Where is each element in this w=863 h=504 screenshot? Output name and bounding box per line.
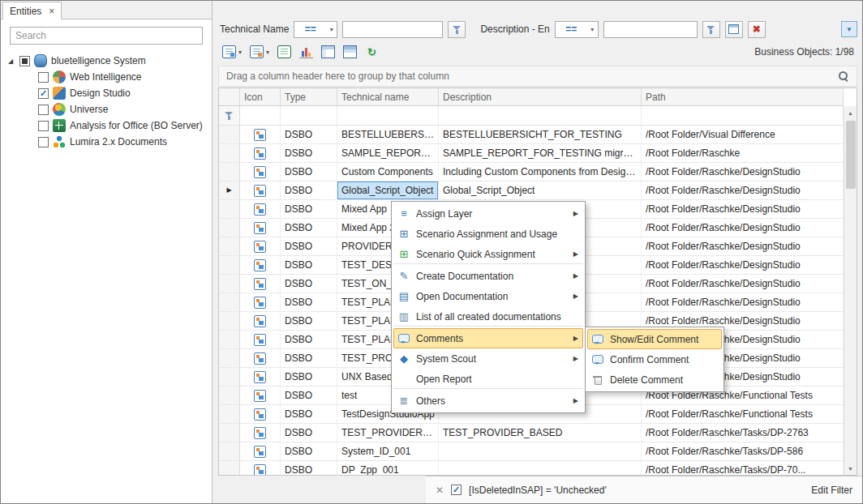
- checkbox[interactable]: ✓: [19, 56, 30, 66]
- table-row[interactable]: ▶ DSBO TEST_PROVIDER_BASED TEST_PROVIDER…: [219, 424, 844, 442]
- table-row[interactable]: ▶ DSBO SAMPLE_REPORT_FOR_TESTING SAMPLE_…: [219, 144, 844, 163]
- filter-cell[interactable]: [642, 106, 844, 125]
- filter-cell[interactable]: [337, 106, 439, 125]
- toolbar-button[interactable]: ▾: [297, 42, 316, 62]
- column-header-technical-name[interactable]: Technical name: [337, 88, 439, 105]
- checkbox[interactable]: ✓: [38, 88, 49, 99]
- filter-cell[interactable]: [240, 106, 281, 125]
- cell-type[interactable]: DSBO: [281, 387, 337, 404]
- cell-path[interactable]: /Root Folder/Raschke/DesignStudio: [642, 182, 844, 199]
- cell-path[interactable]: /Root Folder/Raschke/Functional Tests: [642, 405, 844, 423]
- cell-type[interactable]: DSBO: [281, 182, 337, 199]
- filter-value1-input[interactable]: [342, 21, 443, 38]
- column-header-description[interactable]: Description: [439, 88, 642, 105]
- menu-item[interactable]: Comments ▶: [393, 328, 583, 348]
- dropdown-caret-icon[interactable]: ▾: [266, 49, 269, 56]
- apply-filter-button[interactable]: [702, 21, 720, 38]
- checkbox[interactable]: ✓: [38, 72, 49, 83]
- toolbar-button[interactable]: ▾: [247, 42, 272, 62]
- cell-description[interactable]: Global_Script_Object: [439, 182, 642, 199]
- cell-type[interactable]: DSBO: [281, 442, 337, 460]
- filter-operator2-select[interactable]: == ▾: [555, 21, 599, 38]
- cell-type[interactable]: DSBO: [281, 312, 337, 330]
- cell-type[interactable]: DSBO: [281, 461, 337, 475]
- cell-type[interactable]: DSBO: [281, 256, 337, 274]
- remove-filter-icon[interactable]: ✕: [436, 485, 444, 496]
- cell-technical-name[interactable]: DP_Zpp_001: [337, 461, 439, 475]
- filter-edit-button[interactable]: [448, 21, 466, 38]
- checkbox[interactable]: ✓: [38, 105, 49, 115]
- menu-item[interactable]: ▤ Open Documentation ▶: [393, 286, 583, 306]
- cell-path[interactable]: /Root Folder/Raschke: [642, 144, 844, 162]
- menu-item[interactable]: Open Report ▶: [393, 369, 583, 389]
- filter-cell[interactable]: [439, 106, 642, 125]
- tree-item[interactable]: ✓ Analysis for Office (BO Server): [6, 117, 212, 134]
- expander-icon[interactable]: ◢: [6, 58, 15, 65]
- checkbox[interactable]: ✓: [38, 121, 49, 131]
- toolbar-button[interactable]: ▾: [275, 42, 294, 62]
- tree-item-root[interactable]: ◢ ✓ bluetelligence System: [6, 53, 212, 69]
- edit-filter-button[interactable]: Edit Filter: [811, 485, 852, 496]
- submenu-item[interactable]: Show/Edit Comment: [587, 329, 722, 349]
- collapse-filter-button[interactable]: ▼: [841, 21, 857, 37]
- table-row[interactable]: ▶ DSBO DP_Zpp_001 /Root Folder/Raschke/T…: [219, 461, 844, 475]
- cell-type[interactable]: DSBO: [281, 144, 337, 162]
- dropdown-caret-icon[interactable]: ▾: [326, 26, 337, 33]
- submenu-item[interactable]: Confirm Comment: [587, 349, 722, 369]
- filter-cell[interactable]: [281, 106, 337, 125]
- cell-type[interactable]: DSBO: [281, 126, 337, 143]
- dropdown-caret-icon[interactable]: ▾: [238, 49, 242, 56]
- cell-path[interactable]: /Root Folder/Raschke/DesignStudio: [642, 163, 844, 181]
- column-header-icon[interactable]: Icon: [240, 88, 281, 105]
- cell-description[interactable]: BESTELLUEBERSICHT_FOR_TESTING: [439, 126, 642, 143]
- scrollbar-thumb[interactable]: [846, 121, 856, 189]
- cell-path[interactable]: /Root Folder/Raschke/Tasks/DP-586: [642, 442, 844, 460]
- tree-item[interactable]: ✓ Web Intelligence: [6, 69, 212, 85]
- cell-description[interactable]: [439, 442, 642, 460]
- cell-path[interactable]: /Root Folder/Raschke/Tasks/DP-70...: [642, 461, 844, 475]
- table-row[interactable]: ▶ DSBO BESTELLUEBERSICHT_FOR_TESTING BES…: [219, 126, 844, 144]
- checkbox[interactable]: ✓: [38, 137, 49, 147]
- cell-technical-name[interactable]: SAMPLE_REPORT_FOR_TESTING: [337, 144, 439, 162]
- tree-item[interactable]: ✓ Design Studio: [6, 85, 212, 101]
- scroll-down-icon[interactable]: ▼: [844, 462, 857, 475]
- submenu-item[interactable]: Delete Comment: [587, 369, 722, 390]
- toolbar-button[interactable]: ▾: [220, 42, 244, 62]
- table-row[interactable]: ▶ DSBO System_ID_001 /Root Folder/Raschk…: [219, 442, 844, 461]
- cell-type[interactable]: DSBO: [281, 368, 337, 386]
- menu-item[interactable]: ⊞ Scenario Quick Assignment ▶: [393, 244, 583, 264]
- cell-path[interactable]: /Root Folder/Raschke/DesignStudio: [642, 256, 844, 274]
- dropdown-caret-icon[interactable]: ▾: [587, 26, 598, 33]
- cell-type[interactable]: DSBO: [281, 200, 337, 218]
- cell-description[interactable]: TEST_PROVIDER_BASED: [439, 424, 642, 442]
- table-row[interactable]: ▶ DSBO Custom Components Including Custo…: [219, 163, 844, 182]
- cell-path[interactable]: /Root Folder/Raschke/DesignStudio: [642, 293, 844, 311]
- cell-description[interactable]: Including Custom Components from Design …: [439, 163, 642, 181]
- search-input[interactable]: [10, 27, 203, 45]
- tab-entities[interactable]: Entities ×: [2, 2, 62, 19]
- filter-active-checkbox[interactable]: ✓: [451, 485, 462, 495]
- menu-item[interactable]: ≣ Others ▶: [393, 391, 583, 411]
- cell-path[interactable]: /Root Folder/Raschke/DesignStudio: [642, 219, 844, 237]
- cell-path[interactable]: /Root Folder/Raschke/DesignStudio: [642, 275, 844, 293]
- cell-type[interactable]: DSBO: [281, 293, 337, 311]
- cell-type[interactable]: DSBO: [281, 237, 337, 255]
- cell-technical-name[interactable]: Custom Components: [337, 163, 439, 181]
- cell-technical-name[interactable]: BESTELLUEBERSICHT_FOR_TESTING: [337, 126, 439, 143]
- cell-technical-name[interactable]: Global_Script_Object: [337, 182, 439, 199]
- scroll-up-icon[interactable]: ▲: [844, 106, 857, 119]
- column-header-path[interactable]: Path: [642, 88, 844, 105]
- cell-type[interactable]: DSBO: [281, 163, 337, 181]
- cell-path[interactable]: /Root Folder/Raschke/DesignStudio: [642, 237, 844, 255]
- cell-description[interactable]: [439, 461, 642, 475]
- menu-item[interactable]: ≡ Assign Layer ▶: [393, 203, 583, 224]
- cell-path[interactable]: /Root Folder/Visual Difference: [642, 126, 844, 143]
- toolbar-button[interactable]: ▾: [341, 42, 359, 62]
- close-icon[interactable]: ×: [49, 6, 54, 16]
- cell-description[interactable]: SAMPLE_REPORT_FOR_TESTING migrated to sa…: [439, 144, 642, 162]
- cell-type[interactable]: DSBO: [281, 331, 337, 348]
- cell-type[interactable]: DSBO: [281, 275, 337, 293]
- filter-value2-input[interactable]: [603, 21, 698, 38]
- cell-type[interactable]: DSBO: [281, 405, 337, 423]
- column-header-type[interactable]: Type: [281, 88, 337, 105]
